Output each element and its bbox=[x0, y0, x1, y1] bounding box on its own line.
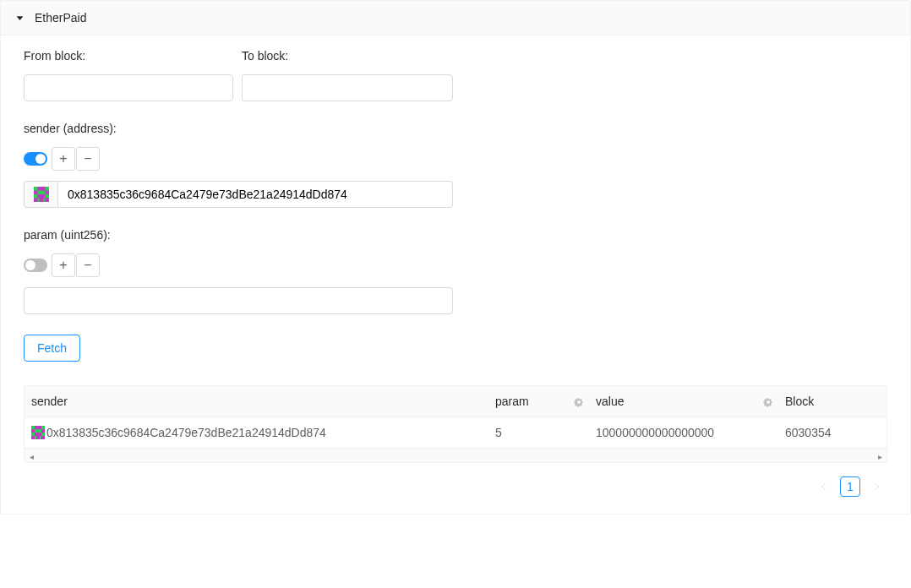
table-body: 0x813835c36c9684Ca2479e73dBe21a24914dDd8… bbox=[25, 417, 886, 449]
svg-rect-1 bbox=[34, 187, 38, 191]
chevron-right-icon bbox=[873, 482, 881, 491]
th-sender: sender bbox=[25, 386, 488, 416]
results-table: sender param value Block bbox=[24, 385, 887, 463]
svg-rect-5 bbox=[45, 194, 49, 199]
svg-rect-15 bbox=[40, 436, 41, 439]
fetch-button[interactable]: Fetch bbox=[24, 335, 80, 362]
svg-rect-7 bbox=[43, 199, 45, 203]
sender-blockie-prefix bbox=[24, 181, 57, 208]
param-section: param (uint256): + − bbox=[24, 228, 887, 314]
from-block-label: From block: bbox=[24, 49, 233, 63]
page-1-button[interactable]: 1 bbox=[840, 476, 860, 497]
sender-toggle[interactable] bbox=[24, 152, 47, 166]
panel-body: From block: To block: sender (address): … bbox=[1, 35, 910, 514]
from-block-input[interactable] bbox=[24, 74, 233, 101]
svg-rect-10 bbox=[41, 426, 45, 429]
from-block-field: From block: bbox=[24, 49, 233, 101]
td-param: 5 bbox=[488, 417, 589, 448]
plus-icon: + bbox=[59, 151, 67, 166]
blockie-icon bbox=[34, 187, 49, 202]
svg-rect-2 bbox=[45, 187, 49, 191]
th-sender-label: sender bbox=[31, 395, 68, 408]
svg-rect-12 bbox=[31, 433, 35, 436]
to-block-field: To block: bbox=[242, 49, 453, 101]
page-next-button[interactable] bbox=[867, 476, 887, 497]
toggle-knob bbox=[25, 260, 35, 270]
param-controls: + − bbox=[24, 253, 887, 277]
minus-icon: − bbox=[84, 258, 91, 273]
sender-cell: 0x813835c36c9684Ca2479e73dBe21a24914dDd8… bbox=[31, 426, 326, 439]
panel-title: EtherPaid bbox=[35, 11, 86, 24]
etherpaid-panel: EtherPaid From block: To block: sender (… bbox=[0, 0, 911, 514]
param-label: param (uint256): bbox=[24, 228, 887, 242]
td-value: 100000000000000000 bbox=[589, 417, 778, 448]
pagination: 1 bbox=[24, 476, 887, 497]
scroll-right-icon[interactable]: ▸ bbox=[875, 451, 885, 461]
page-prev-button[interactable] bbox=[813, 476, 833, 497]
param-input[interactable] bbox=[24, 287, 453, 314]
plus-icon: + bbox=[59, 258, 67, 273]
table-row: 0x813835c36c9684Ca2479e73dBe21a24914dDd8… bbox=[25, 417, 886, 449]
th-block-label: Block bbox=[785, 395, 814, 408]
svg-rect-11 bbox=[35, 429, 41, 433]
sender-add-button[interactable]: + bbox=[52, 147, 75, 171]
to-block-label: To block: bbox=[242, 49, 453, 63]
gear-icon[interactable] bbox=[763, 396, 773, 406]
td-block: 6030354 bbox=[778, 417, 886, 448]
svg-rect-9 bbox=[31, 426, 35, 429]
block-range-row: From block: To block: bbox=[24, 49, 887, 101]
gear-icon[interactable] bbox=[574, 396, 584, 406]
param-add-button[interactable]: + bbox=[52, 253, 75, 277]
svg-rect-3 bbox=[37, 191, 45, 195]
minus-icon: − bbox=[84, 151, 91, 166]
table-scrollbar[interactable]: ◂ ▸ bbox=[25, 449, 886, 462]
sender-section: sender (address): + − bbox=[24, 122, 887, 208]
scroll-left-icon[interactable]: ◂ bbox=[26, 451, 36, 461]
toggle-knob bbox=[35, 154, 46, 164]
table-header: sender param value Block bbox=[25, 386, 886, 417]
param-remove-button[interactable]: − bbox=[76, 253, 100, 277]
svg-rect-4 bbox=[34, 194, 38, 199]
chevron-down-icon bbox=[14, 13, 25, 23]
td-sender: 0x813835c36c9684Ca2479e73dBe21a24914dDd8… bbox=[25, 417, 488, 448]
sender-address-text: 0x813835c36c9684Ca2479e73dBe21a24914dDd8… bbox=[46, 426, 326, 439]
sender-label: sender (address): bbox=[24, 122, 887, 135]
sender-address-input[interactable] bbox=[57, 181, 453, 208]
th-param-label: param bbox=[495, 395, 529, 408]
panel-header[interactable]: EtherPaid bbox=[1, 1, 910, 35]
param-toggle[interactable] bbox=[24, 259, 47, 272]
sender-input-group bbox=[24, 181, 453, 208]
blockie-icon bbox=[31, 426, 45, 439]
th-block: Block bbox=[778, 386, 886, 416]
chevron-left-icon bbox=[819, 482, 827, 491]
svg-rect-14 bbox=[35, 436, 36, 439]
sender-controls: + − bbox=[24, 147, 887, 171]
svg-rect-13 bbox=[41, 433, 45, 436]
sender-remove-button[interactable]: − bbox=[76, 147, 100, 171]
th-value: value bbox=[589, 386, 778, 416]
param-input-wrap bbox=[24, 287, 453, 314]
th-value-label: value bbox=[596, 395, 624, 408]
to-block-input[interactable] bbox=[242, 74, 453, 101]
th-param: param bbox=[488, 386, 589, 416]
svg-rect-6 bbox=[37, 199, 39, 203]
